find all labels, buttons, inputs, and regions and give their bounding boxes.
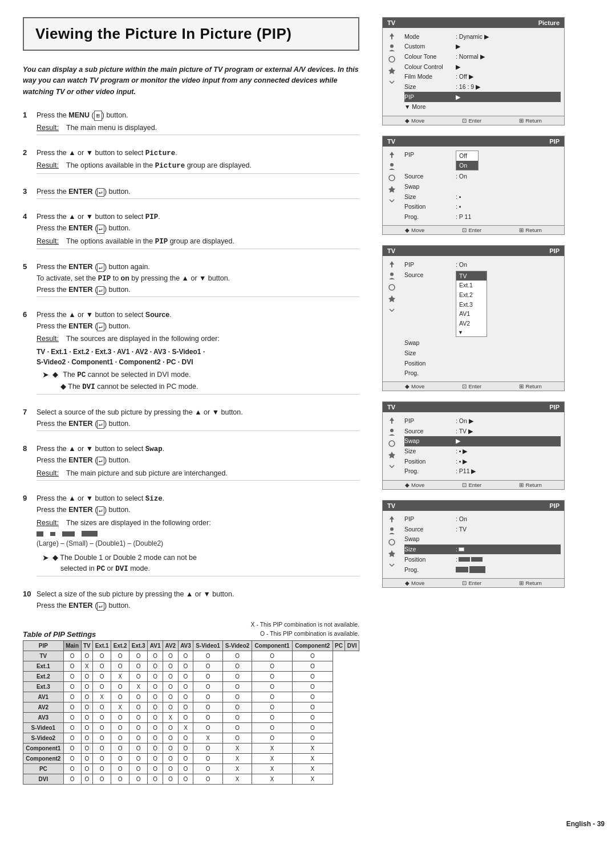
cell-value: O xyxy=(93,661,111,671)
tv-label-1: TV xyxy=(387,19,395,26)
source-option-ext1: Ext.1 xyxy=(456,281,487,290)
panel-pip-5: TV PIP xyxy=(382,500,565,588)
cell-value: O xyxy=(148,661,163,671)
panel-footer-2: ◆ Move ⊡ Enter ⊞ Return xyxy=(383,225,564,234)
step-num-2: 2 xyxy=(23,148,37,157)
icon2-person xyxy=(386,161,398,172)
cell-value: O xyxy=(129,702,148,712)
cell-value: X xyxy=(222,743,252,753)
icon5-person xyxy=(386,526,398,536)
cell-value: O xyxy=(148,733,163,743)
cell-value: O xyxy=(148,702,163,712)
step-3: 3 Press the ENTER (↵) button. xyxy=(23,186,359,204)
step-2: 2 Press the ▲ or ▼ button to select Pict… xyxy=(23,148,359,178)
step-content-5: Press the ENTER (↵) button again. To act… xyxy=(37,262,359,302)
row-label: TV xyxy=(23,651,64,661)
footer-move-4: ◆ Move xyxy=(405,482,424,488)
tv-label-3: TV xyxy=(387,247,395,254)
size-double1 xyxy=(62,531,75,537)
step-8: 8 Press the ▲ or ▼ button to select Swap… xyxy=(23,444,359,485)
row-label: DVI xyxy=(23,774,64,784)
menu-row-swap-4-highlighted: Swap ▶ xyxy=(404,436,561,446)
footer-enter-2: ⊡ Enter xyxy=(462,227,481,233)
menu-col-3: PIP : On Source TV Ext.1 Ext.2 Ext.3 AV1… xyxy=(401,258,564,379)
table-row: S-Video2OOOOOOOOXOOO xyxy=(23,733,359,743)
col-av2: AV2 xyxy=(163,640,178,651)
svg-point-18 xyxy=(389,539,395,545)
table-title: Table of PIP Settings xyxy=(23,630,96,639)
svg-marker-11 xyxy=(388,295,395,302)
cell-value: O xyxy=(252,712,293,722)
cell-value: O xyxy=(63,722,81,733)
row-label: AV1 xyxy=(23,692,64,702)
cell-value: O xyxy=(193,722,222,733)
panel-header-1: TV Picture xyxy=(383,18,564,28)
menu-row-pip-5: PIP : On xyxy=(404,514,561,525)
menu-row-more: ▼ More xyxy=(404,102,561,112)
source-option-ext2: Ext.2 xyxy=(456,290,487,300)
cell-value: O xyxy=(193,692,222,702)
cell-value: O xyxy=(111,712,129,722)
menu-row-prog-3: Prog. xyxy=(404,368,561,379)
table-row: TVOOOOOOOOOOOO xyxy=(23,651,359,661)
source-order: TV · Ext.1 · Ext.2 · Ext.3 · AV1 · AV2 ·… xyxy=(37,347,359,367)
cell-value: O xyxy=(178,661,193,671)
cell-value: X xyxy=(163,712,178,722)
result-text-2: The options available in the Picture gro… xyxy=(66,160,359,172)
cell-value: O xyxy=(129,671,148,681)
step-num-8: 8 xyxy=(23,444,37,453)
cell-value: X xyxy=(292,743,333,753)
cell-value: O xyxy=(63,733,81,743)
panel-pip-3: TV PIP xyxy=(382,245,565,391)
cell-value: O xyxy=(129,733,148,743)
svg-point-17 xyxy=(390,527,394,531)
cell-value: O xyxy=(193,681,222,692)
col-pc: PC xyxy=(333,640,345,651)
cell-value: O xyxy=(193,651,222,661)
cell-value: O xyxy=(148,671,163,681)
svg-point-1 xyxy=(390,44,394,48)
cell-value: O xyxy=(178,753,193,763)
panel-footer-3: ◆ Move ⊡ Enter ⊞ Return xyxy=(383,381,564,391)
result-label-8: Result: xyxy=(37,468,66,479)
tv-label-4: TV xyxy=(387,404,395,411)
cell-value: O xyxy=(81,722,93,733)
cell-value: O xyxy=(252,733,293,743)
col-main: Main xyxy=(63,640,81,651)
cell-value: X xyxy=(93,692,111,702)
panel-body-2: PIP Off On Source : On Swap Size : ▪ xyxy=(383,147,564,226)
step-4: 4 Press the ▲ or ▼ button to select PIP.… xyxy=(23,212,359,254)
cell-value: O xyxy=(129,753,148,763)
cell-value: O xyxy=(222,722,252,733)
svg-marker-19 xyxy=(388,550,395,557)
footer-enter-4: ⊡ Enter xyxy=(462,482,481,488)
menu-row-prog-2: Prog. : P 11 xyxy=(404,212,561,222)
icon3-antenna xyxy=(386,259,398,270)
table-row: Ext.3OOOOXOOOOOOO xyxy=(23,681,359,692)
cell-value: O xyxy=(163,722,178,733)
cell-value: O xyxy=(178,651,193,661)
footer-enter-3: ⊡ Enter xyxy=(462,383,481,389)
icons-col-4 xyxy=(383,415,401,477)
step-6: 6 Press the ▲ or ▼ button to select Sour… xyxy=(23,310,359,399)
size-order: (Large) – (Small) – (Double1) – (Double2… xyxy=(37,531,359,549)
cell-value: X xyxy=(178,722,193,733)
menu-row-source-5: Source : TV xyxy=(404,524,561,534)
table-row: Ext.1OXOOOOOOOOOO xyxy=(23,661,359,671)
cell-value: X xyxy=(111,671,129,681)
step-num-7: 7 xyxy=(23,407,37,416)
result-label-4: Result: xyxy=(37,236,66,247)
icon4-circle xyxy=(386,438,398,449)
cell-value: O xyxy=(63,702,81,712)
row-label: Component1 xyxy=(23,743,64,753)
footer-move-3: ◆ Move xyxy=(405,383,424,389)
cell-value: O xyxy=(222,651,252,661)
icon4-person xyxy=(386,427,398,437)
icon3-arrow-down xyxy=(386,305,398,315)
pip-option-off: Off xyxy=(456,151,478,161)
cell-value: O xyxy=(129,661,148,671)
cell-value: O xyxy=(292,712,333,722)
cell-value: O xyxy=(81,702,93,712)
footer-return-2: ⊞ Return xyxy=(519,227,542,233)
icon-person xyxy=(386,43,398,53)
